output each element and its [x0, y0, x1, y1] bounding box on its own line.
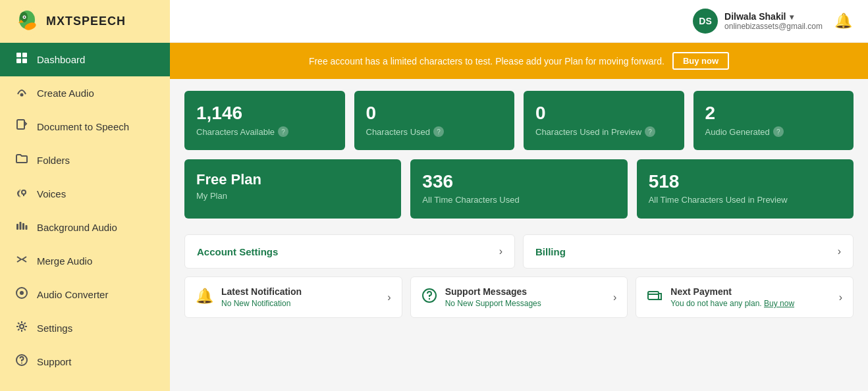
billing-card[interactable]: Billing › [523, 234, 854, 269]
sidebar-item-audio-converter-label: Audio Converter [37, 289, 108, 300]
account-settings-label: Account Settings [197, 246, 278, 257]
support-body: Support Messages No New Support Messages [445, 286, 605, 308]
plan-sub: My Plan [196, 191, 389, 201]
sidebar: MXTSPEECH Dashboard Create Audio Documen… [0, 0, 170, 391]
stat-label: Characters Used ? [366, 126, 503, 137]
svg-point-13 [22, 190, 26, 194]
payment-icon [647, 288, 663, 307]
sidebar-item-dashboard[interactable]: Dashboard [0, 43, 170, 76]
logo-text: MXTSPEECH [46, 14, 126, 28]
svg-rect-12 [17, 120, 24, 129]
plan-name: Free Plan [196, 171, 389, 188]
svg-rect-9 [16, 59, 21, 63]
billing-label: Billing [535, 246, 566, 257]
info-icon[interactable]: ? [433, 126, 444, 137]
buy-now-button[interactable]: Buy now [672, 52, 729, 70]
info-icon[interactable]: ? [773, 126, 784, 137]
sidebar-item-folders[interactable]: Folders [0, 143, 170, 177]
logo-area: MXTSPEECH [0, 0, 170, 43]
stat-label: Characters Available ? [196, 126, 333, 137]
sidebar-item-support[interactable]: Support [0, 345, 170, 378]
sidebar-item-folders-label: Folders [37, 155, 70, 166]
stat-label: All Time Characters Used [422, 195, 615, 205]
stat-number: 518 [649, 171, 842, 192]
info-icon[interactable]: ? [645, 126, 655, 137]
svg-rect-17 [22, 223, 24, 230]
svg-rect-26 [648, 292, 659, 300]
stat-label: Characters Used in Preview ? [535, 126, 672, 137]
svg-point-25 [428, 298, 429, 300]
background-audio-icon [14, 219, 29, 236]
stat-card-characters-used: 0 Characters Used ? [354, 91, 515, 150]
support-messages-card[interactable]: Support Messages No New Support Messages… [410, 276, 628, 318]
main-content: DS Dilwala Shakil ▾ onlinebizassets@gmai… [170, 0, 868, 391]
stat-number: 1,146 [196, 103, 333, 124]
svg-rect-8 [22, 53, 27, 57]
stats-row-2: Free Plan My Plan 336 All Time Character… [184, 159, 854, 219]
stat-card-characters-available: 1,146 Characters Available ? [184, 91, 345, 150]
avatar: DS [693, 9, 718, 34]
svg-rect-18 [26, 225, 28, 230]
header: DS Dilwala Shakil ▾ onlinebizassets@gmai… [170, 0, 868, 43]
user-name: Dilwala Shakil ▾ [724, 11, 823, 22]
svg-point-4 [24, 16, 25, 18]
bell-icon[interactable]: 🔔 [834, 13, 852, 30]
stat-number: 2 [705, 103, 842, 124]
support-title: Support Messages [445, 286, 605, 297]
user-info: Dilwala Shakil ▾ onlinebizassets@gmail.c… [724, 11, 823, 31]
sidebar-item-merge-audio[interactable]: Merge Audio [0, 244, 170, 278]
info-cards-row: 🔔 Latest Notification No New Notificatio… [184, 276, 854, 318]
svg-point-20 [20, 291, 24, 295]
merge-audio-icon [14, 253, 29, 269]
sidebar-item-background-audio[interactable]: Background Audio [0, 211, 170, 244]
stat-number: 0 [535, 103, 672, 124]
create-audio-icon [14, 85, 29, 101]
sidebar-item-audio-converter[interactable]: Audio Converter [0, 278, 170, 311]
payment-sub: You do not have any plan. Buy now [670, 299, 830, 308]
svg-rect-16 [20, 222, 22, 230]
audio-converter-icon [14, 286, 29, 303]
chevron-right-icon: › [387, 292, 391, 303]
stat-card-characters-used-preview: 0 Characters Used in Preview ? [524, 91, 684, 150]
chevron-right-icon: › [838, 246, 841, 257]
sidebar-item-create-audio[interactable]: Create Audio [0, 76, 170, 110]
sidebar-item-create-audio-label: Create Audio [37, 88, 94, 99]
latest-notification-card[interactable]: 🔔 Latest Notification No New Notificatio… [184, 276, 402, 318]
svg-point-11 [20, 93, 24, 97]
sidebar-item-settings-label: Settings [37, 323, 72, 334]
stat-label: All Time Characters Used in Preview [649, 195, 842, 205]
user-area[interactable]: DS Dilwala Shakil ▾ onlinebizassets@gmai… [693, 9, 823, 34]
notification-body: Latest Notification No New Notification [221, 286, 379, 308]
settings-icon [14, 320, 29, 336]
logo-icon [12, 7, 42, 37]
buy-now-link[interactable]: Buy now [764, 299, 794, 308]
chevron-down-icon: ▾ [790, 13, 794, 22]
stats-row-1: 1,146 Characters Available ? 0 Character… [184, 91, 854, 150]
nav-list: Dashboard Create Audio Document to Speec… [0, 43, 170, 391]
banner-message: Free account has a limited characters to… [309, 56, 665, 66]
notification-sub: No New Notification [221, 299, 379, 308]
sidebar-item-document-to-speech-label: Document to Speech [37, 121, 129, 132]
account-settings-card[interactable]: Account Settings › [184, 234, 515, 269]
bottom-section: Account Settings › Billing › 🔔 Latest No… [170, 234, 868, 327]
svg-rect-10 [22, 59, 27, 63]
info-icon[interactable]: ? [278, 126, 288, 137]
sidebar-item-settings[interactable]: Settings [0, 311, 170, 345]
svg-rect-15 [16, 224, 18, 230]
sidebar-item-background-audio-label: Background Audio [37, 222, 117, 233]
payment-body: Next Payment You do not have any plan. B… [670, 286, 830, 308]
action-cards-row: Account Settings › Billing › [184, 234, 854, 269]
support-msg-icon [421, 288, 437, 307]
plan-card: Free Plan My Plan [184, 159, 401, 219]
svg-rect-7 [16, 53, 21, 57]
svg-point-21 [20, 325, 24, 328]
notification-title: Latest Notification [221, 286, 379, 297]
folders-icon [14, 152, 29, 169]
stat-number: 0 [366, 103, 503, 124]
chevron-right-icon: › [613, 292, 616, 303]
next-payment-card[interactable]: Next Payment You do not have any plan. B… [636, 276, 854, 318]
sidebar-item-voices[interactable]: Voices [0, 177, 170, 211]
voices-icon [14, 186, 29, 202]
stat-label: Audio Generated ? [705, 126, 842, 137]
sidebar-item-document-to-speech[interactable]: Document to Speech [0, 110, 170, 143]
